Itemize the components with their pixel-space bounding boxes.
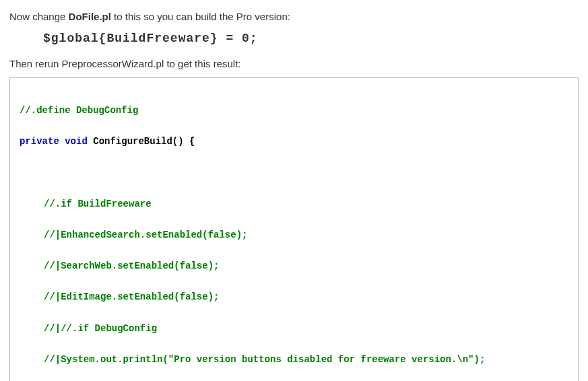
code-line-2: private void ConfigureBuild() { bbox=[20, 134, 568, 149]
code-line-4: //|EnhancedSearch.setEnabled(false); bbox=[44, 230, 247, 240]
intro-paragraph-1: Now change DoFile.pl to this so you can … bbox=[9, 9, 579, 24]
code-block: //.define DebugConfig private void Confi… bbox=[9, 77, 579, 381]
code-line-6: //|EditImage.setEnabled(false); bbox=[44, 291, 219, 302]
intro1-pre: Now change bbox=[9, 11, 69, 22]
code-line-1: //.define DebugConfig bbox=[20, 105, 138, 116]
intro1-post: to this so you can build the Pro version… bbox=[111, 11, 290, 22]
inline-code: $global{BuildFreeware} = 0; bbox=[43, 30, 579, 47]
code-line-3: //.if BuildFreeware bbox=[44, 199, 152, 209]
code-line-5: //|SearchWeb.setEnabled(false); bbox=[44, 261, 219, 271]
code-line-7: //|//.if DebugConfig bbox=[44, 323, 157, 334]
code-line-8: //|System.out.println("Pro version butto… bbox=[44, 354, 485, 365]
intro-paragraph-2: Then rerun PreprocessorWizard.pl to get … bbox=[9, 57, 579, 71]
filename: DoFile.pl bbox=[69, 11, 111, 22]
